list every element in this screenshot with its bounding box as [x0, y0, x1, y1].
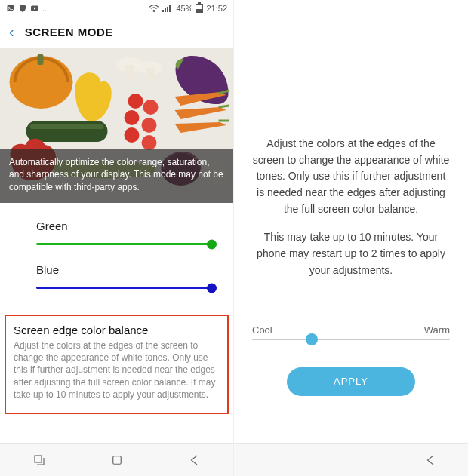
- svg-rect-20: [35, 456, 42, 462]
- home-button[interactable]: [110, 453, 124, 467]
- edge-balance-description-1: Adjust the colors at the edges of the sc…: [252, 136, 450, 217]
- svg-rect-12: [30, 124, 104, 129]
- battery-icon: [196, 4, 203, 13]
- svg-point-3: [154, 11, 155, 12]
- header: ‹ SCREEN MODE: [0, 17, 233, 48]
- warm-label: Warm: [424, 324, 450, 336]
- svg-point-15: [125, 110, 140, 125]
- svg-rect-11: [26, 121, 108, 142]
- svg-rect-0: [8, 5, 14, 11]
- cool-label: Cool: [252, 324, 272, 336]
- svg-point-14: [143, 100, 159, 115]
- temperature-slider-thumb[interactable]: [306, 333, 318, 345]
- svg-rect-6: [38, 54, 44, 65]
- screen-edge-title: Screen edge color balance: [14, 324, 220, 336]
- apply-button[interactable]: APPLY: [287, 367, 415, 396]
- svg-rect-8: [125, 65, 134, 80]
- svg-point-16: [142, 118, 157, 133]
- nav-bar-right: [234, 443, 468, 476]
- edge-balance-description-2: This may take up to 10 minutes. Your pho…: [252, 229, 450, 278]
- shield-icon: [18, 4, 27, 13]
- left-screen: ... 45% 21:52 ‹ SCREEN MODE: [0, 0, 234, 476]
- youtube-icon: [30, 4, 39, 13]
- temperature-slider[interactable]: [252, 339, 450, 340]
- blue-slider-label: Blue: [36, 263, 212, 276]
- svg-rect-21: [112, 456, 121, 464]
- image-icon: [6, 4, 15, 13]
- blue-slider-thumb[interactable]: [207, 283, 217, 293]
- svg-point-17: [125, 127, 140, 143]
- display-preview-image: Automatically optimize the color range, …: [0, 48, 233, 203]
- more-icon: ...: [42, 4, 49, 13]
- signal-icon: [162, 5, 173, 12]
- svg-point-13: [128, 94, 143, 109]
- color-sliders: Green Blue: [0, 203, 233, 307]
- green-slider-block: Green: [36, 220, 212, 245]
- right-screen: Adjust the colors at the edges of the sc…: [234, 0, 468, 476]
- blue-slider-block: Blue: [36, 263, 212, 289]
- screen-edge-color-balance-item[interactable]: Screen edge color balance Adjust the col…: [5, 315, 229, 414]
- svg-point-1: [8, 7, 10, 8]
- screen-edge-body: Adjust the colors at the edges of the sc…: [14, 339, 220, 401]
- wifi-icon: [149, 4, 159, 13]
- page-title: SCREEN MODE: [25, 26, 113, 38]
- status-bar: ... 45% 21:52: [0, 0, 233, 17]
- blue-slider[interactable]: [36, 287, 212, 289]
- nav-bar: [0, 443, 233, 476]
- back-nav-button[interactable]: [424, 453, 438, 467]
- back-nav-button[interactable]: [188, 453, 202, 467]
- preview-caption: Automatically optimize the color range, …: [0, 149, 233, 203]
- temperature-slider-block: Cool Warm: [252, 324, 450, 340]
- back-button[interactable]: ‹: [9, 24, 14, 39]
- clock: 21:52: [206, 4, 227, 13]
- green-slider-thumb[interactable]: [207, 239, 217, 249]
- green-slider-label: Green: [36, 220, 212, 232]
- recents-button[interactable]: [32, 453, 46, 467]
- green-slider[interactable]: [36, 243, 212, 245]
- svg-rect-10: [146, 68, 155, 81]
- battery-pct: 45%: [176, 4, 192, 13]
